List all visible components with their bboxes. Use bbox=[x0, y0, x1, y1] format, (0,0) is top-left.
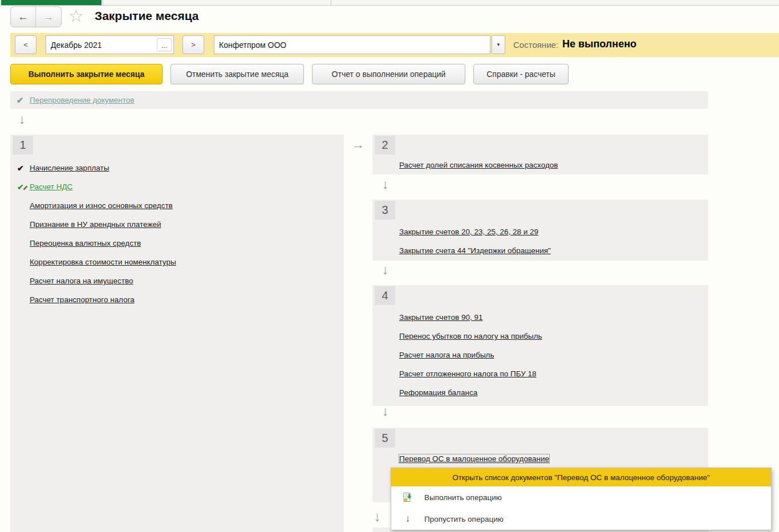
flow-down-arrow-icon: ↓ bbox=[19, 112, 26, 127]
operation-link-loss-carryforward[interactable]: Перенос убытков по налогу на прибыль bbox=[399, 332, 542, 340]
menu-item-label: Выполнить операцию bbox=[424, 493, 502, 502]
forward-button[interactable]: → bbox=[36, 7, 61, 27]
operation-link-income-tax[interactable]: Расчет налога на прибыль bbox=[399, 351, 494, 359]
period-toolbar: < Декабрь 2021 ... > Конфетпром ООО ▼ Со… bbox=[10, 33, 779, 57]
period-picker-button[interactable]: ... bbox=[157, 38, 172, 51]
operation-link-transfer-os[interactable]: Перевод ОС в малоценное оборудование bbox=[399, 454, 549, 463]
operation-row: Расчет налога на имущество bbox=[10, 271, 344, 290]
group-number: 4 bbox=[375, 286, 395, 305]
group-number: 1 bbox=[13, 136, 33, 155]
operation-link-currency[interactable]: Переоценка валютных средств bbox=[30, 239, 141, 247]
operation-row: Перенос убытков по налогу на прибыль bbox=[372, 327, 708, 346]
menu-item-skip-operation[interactable]: ↓ Пропустить операцию bbox=[391, 508, 771, 530]
operation-link-close-accounts-90-91[interactable]: Закрытие счетов 90, 91 bbox=[399, 313, 482, 322]
flow-down-arrow-icon: ↓ bbox=[382, 262, 389, 278]
operations-group-3: 3 Закрытие счетов 20, 23, 25, 26, 28 и 2… bbox=[372, 200, 708, 261]
check-icon: ✔ bbox=[10, 95, 30, 105]
perform-closing-button[interactable]: Выполнить закрытие месяца bbox=[10, 64, 163, 84]
period-value: Декабрь 2021 bbox=[51, 40, 102, 50]
operation-row: Признание в НУ арендных платежей bbox=[10, 215, 344, 234]
previous-period-button[interactable]: < bbox=[15, 35, 36, 54]
operation-row: ✔ Расчет НДС bbox=[10, 177, 344, 196]
operation-row: Расчет отложенного налога по ПБУ 18 bbox=[372, 364, 708, 383]
operation-row: Расчет транспортного налога bbox=[10, 290, 344, 309]
operation-row: Перевод ОС в малоценное оборудование bbox=[372, 449, 708, 468]
cancel-closing-button[interactable]: Отменить закрытие месяца bbox=[171, 64, 304, 84]
operation-row: Корректировка стоимости номенклатуры bbox=[10, 253, 344, 271]
active-tab-indicator[interactable] bbox=[1, 0, 102, 5]
operation-row: Реформация баланса bbox=[372, 383, 708, 402]
operation-link-deferred-tax[interactable]: Расчет отложенного налога по ПБУ 18 bbox=[399, 369, 537, 378]
back-arrow-icon: ← bbox=[18, 11, 29, 23]
operations-group-4: 4 Закрытие счетов 90, 91 Перенос убытков… bbox=[372, 285, 708, 406]
back-button[interactable]: ← bbox=[11, 7, 36, 27]
operation-link-lease[interactable]: Признание в НУ арендных платежей bbox=[30, 220, 161, 229]
operations-group-2: 2 Расчет долей списания косвенных расход… bbox=[372, 135, 708, 174]
operation-link-property-tax[interactable]: Расчет налога на имущество bbox=[30, 277, 133, 285]
company-dropdown-button[interactable]: ▼ bbox=[492, 35, 505, 54]
status-label: Состояние: bbox=[513, 40, 558, 50]
operation-link-transport-tax[interactable]: Расчет транспортного налога bbox=[30, 295, 135, 304]
reposting-link[interactable]: Перепроведение документов bbox=[30, 96, 134, 104]
tab-divider bbox=[103, 0, 103, 6]
check-pencil-icon: ✔ bbox=[10, 182, 30, 192]
operations-report-button[interactable]: Отчет о выполнении операций bbox=[312, 64, 465, 84]
menu-item-label: Пропустить операцию bbox=[424, 515, 504, 523]
operation-row: Закрытие счета 44 "Издержки обращения" bbox=[372, 241, 708, 260]
operation-link-close-account-44[interactable]: Закрытие счета 44 "Издержки обращения" bbox=[399, 246, 551, 255]
operation-row: Закрытие счетов 20, 23, 25, 26, 28 и 29 bbox=[372, 222, 708, 241]
group-number: 2 bbox=[375, 136, 395, 155]
flow-down-arrow-icon: ↓ bbox=[382, 404, 389, 419]
operations-group-1: 1 ✔ Начисление зарплаты ✔ Расчет НДС Амо… bbox=[10, 135, 344, 532]
history-nav: ← → bbox=[10, 6, 62, 27]
flow-down-arrow-icon: ↓ bbox=[382, 177, 389, 192]
page-title: Закрытие месяца bbox=[95, 9, 199, 23]
operation-row: Амортизация и износ основных средств bbox=[10, 196, 344, 215]
operation-row: Переоценка валютных средств bbox=[10, 234, 344, 253]
operation-link-nomenclature[interactable]: Корректировка стоимости номенклатуры bbox=[30, 258, 176, 266]
menu-item-open-documents[interactable]: Открыть список документов "Перевод ОС в … bbox=[391, 468, 771, 486]
month-closing-window: ← → ☆ Закрытие месяца < Декабрь 2021 ...… bbox=[0, 0, 779, 532]
operation-link-payroll[interactable]: Начисление зарплаты bbox=[30, 164, 109, 172]
forward-arrow-icon: → bbox=[43, 11, 54, 23]
perform-operation-icon bbox=[391, 493, 424, 502]
operation-row: Расчет долей списания косвенных расходов bbox=[372, 156, 708, 174]
next-period-button[interactable]: > bbox=[182, 35, 204, 54]
favorite-star-icon[interactable]: ☆ bbox=[68, 7, 84, 25]
references-calculations-button[interactable]: Справки - расчеты bbox=[473, 64, 569, 84]
operation-link-balance-reformation[interactable]: Реформация баланса bbox=[399, 388, 477, 397]
operation-context-menu: Открыть список документов "Перевод ОС в … bbox=[391, 468, 772, 530]
flow-down-arrow-icon: ↓ bbox=[374, 509, 381, 525]
company-field[interactable]: Конфетпром ООО bbox=[214, 35, 490, 54]
operation-link-indirect-costs[interactable]: Расчет долей списания косвенных расходов bbox=[399, 161, 558, 169]
reposting-row: ✔ Перепроведение документов bbox=[10, 91, 708, 109]
operation-row: Закрытие счетов 90, 91 bbox=[372, 308, 708, 327]
skip-operation-icon: ↓ bbox=[391, 513, 424, 525]
period-field[interactable]: Декабрь 2021 ... bbox=[46, 35, 174, 54]
group-number: 5 bbox=[375, 429, 395, 448]
operation-link-close-accounts-20[interactable]: Закрытие счетов 20, 23, 25, 26, 28 и 29 bbox=[399, 228, 538, 236]
chevron-down-icon: ▼ bbox=[496, 42, 501, 47]
flow-right-arrow-icon: → bbox=[351, 137, 364, 152]
tab-divider bbox=[331, 0, 331, 6]
operation-link-vat[interactable]: Расчет НДС bbox=[30, 182, 72, 191]
group-number: 3 bbox=[375, 201, 395, 220]
company-value: Конфетпром ООО bbox=[219, 40, 286, 50]
operation-row: Расчет налога на прибыль bbox=[372, 346, 708, 364]
status-value: Не выполнено bbox=[562, 38, 636, 50]
operation-row: ✔ Начисление зарплаты bbox=[10, 159, 344, 177]
menu-item-perform-operation[interactable]: Выполнить операцию bbox=[391, 486, 771, 508]
browser-tab-strip bbox=[0, 0, 779, 6]
check-icon: ✔ bbox=[10, 164, 30, 173]
operation-link-depreciation[interactable]: Амортизация и износ основных средств bbox=[30, 201, 173, 210]
